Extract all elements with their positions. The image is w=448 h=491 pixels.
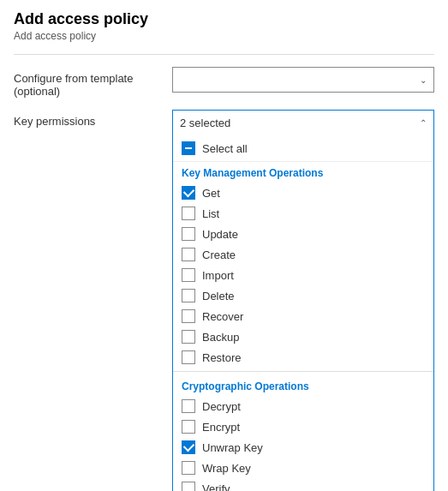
- crypto-verify-label: Verify: [202, 482, 230, 492]
- crypto-item-unwrapkey[interactable]: Unwrap Key: [173, 437, 433, 458]
- crypto-item-wrapkey[interactable]: Wrap Key: [173, 458, 433, 478]
- key-list-checkbox[interactable]: [182, 207, 195, 220]
- crypto-item-decrypt[interactable]: Decrypt: [173, 396, 433, 416]
- cryptographic-header: Cryptographic Operations: [173, 375, 433, 396]
- key-list-label: List: [202, 207, 219, 220]
- crypto-item-encrypt[interactable]: Encrypt: [173, 416, 433, 437]
- key-import-label: Import: [202, 269, 234, 282]
- select-all-label: Select all: [202, 142, 248, 155]
- key-recover-checkbox[interactable]: [182, 309, 195, 323]
- crypto-decrypt-label: Decrypt: [202, 400, 241, 413]
- crypto-encrypt-label: Encrypt: [202, 421, 240, 434]
- key-item-import[interactable]: Import: [173, 265, 433, 285]
- key-permissions-control: 2 selected ⌃ Select all Key Management O…: [172, 110, 434, 491]
- key-update-label: Update: [202, 228, 238, 241]
- key-update-checkbox[interactable]: [182, 227, 195, 241]
- page-subtitle: Add access policy: [14, 30, 434, 42]
- header-divider: [14, 54, 434, 55]
- configure-chevron-icon: ⌄: [420, 75, 427, 85]
- key-import-checkbox[interactable]: [182, 268, 195, 282]
- key-permissions-label: Key permissions: [14, 110, 172, 128]
- crypto-decrypt-checkbox[interactable]: [182, 399, 195, 413]
- page-title: Add access policy: [14, 10, 434, 28]
- key-item-list[interactable]: List: [173, 203, 433, 224]
- key-backup-label: Backup: [202, 331, 239, 344]
- key-item-restore[interactable]: Restore: [173, 347, 433, 368]
- crypto-item-verify[interactable]: Verify: [173, 478, 433, 491]
- crypto-verify-checkbox[interactable]: [182, 482, 195, 491]
- crypto-wrapkey-checkbox[interactable]: [182, 461, 195, 475]
- key-get-checkbox[interactable]: [182, 186, 195, 200]
- crypto-wrapkey-label: Wrap Key: [202, 462, 251, 475]
- key-permissions-dropdown: Select all Key Management Operations Get…: [172, 135, 434, 491]
- key-delete-label: Delete: [202, 290, 235, 302]
- key-permissions-value: 2 selected: [180, 117, 230, 129]
- key-get-label: Get: [202, 187, 220, 200]
- configure-label: Configure from template (optional): [14, 67, 172, 98]
- crypto-encrypt-checkbox[interactable]: [182, 420, 195, 434]
- select-all-row[interactable]: Select all: [173, 135, 433, 162]
- key-item-recover[interactable]: Recover: [173, 306, 433, 326]
- key-create-label: Create: [202, 248, 236, 261]
- key-item-get[interactable]: Get: [173, 183, 433, 203]
- key-permissions-select[interactable]: 2 selected ⌃: [172, 110, 434, 135]
- select-all-checkbox[interactable]: [182, 141, 195, 155]
- key-management-header: Key Management Operations: [173, 162, 433, 183]
- key-permissions-row: Key permissions 2 selected ⌃ Select all …: [14, 110, 434, 491]
- configure-row: Configure from template (optional) ⌄: [14, 67, 434, 98]
- configure-control: ⌄: [172, 67, 434, 93]
- crypto-unwrapkey-checkbox[interactable]: [182, 440, 195, 454]
- key-restore-label: Restore: [202, 351, 242, 364]
- section-divider: [173, 371, 433, 372]
- key-delete-checkbox[interactable]: [182, 289, 195, 302]
- crypto-unwrapkey-label: Unwrap Key: [202, 441, 263, 454]
- key-item-backup[interactable]: Backup: [173, 326, 433, 347]
- key-permissions-chevron-icon: ⌃: [420, 118, 427, 128]
- configure-select[interactable]: ⌄: [172, 67, 434, 93]
- key-item-create[interactable]: Create: [173, 244, 433, 265]
- key-backup-checkbox[interactable]: [182, 330, 195, 344]
- key-create-checkbox[interactable]: [182, 248, 195, 261]
- key-item-update[interactable]: Update: [173, 224, 433, 244]
- key-recover-label: Recover: [202, 310, 243, 323]
- key-item-delete[interactable]: Delete: [173, 285, 433, 306]
- key-restore-checkbox[interactable]: [182, 350, 195, 364]
